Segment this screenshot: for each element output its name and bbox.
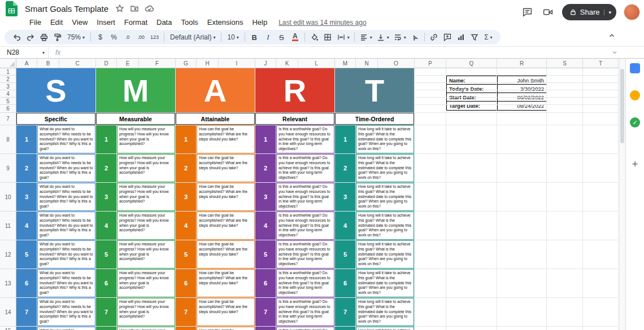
menu-view[interactable]: View [67,17,92,28]
account-avatar[interactable] [624,5,639,20]
info-label[interactable]: Today's Date: [447,85,498,93]
goal-question-cell[interactable]: How long will it take to achieve this go… [356,125,414,153]
comment-history-icon[interactable] [521,6,534,19]
smart-letter-specific[interactable]: S [16,68,95,112]
goal-number-cell[interactable]: 4 [255,212,276,240]
goal-question-cell[interactable]: How can the goal be accomplished? What a… [197,154,255,182]
smart-letter-time-ordered[interactable]: T [335,68,414,112]
goal-number-cell[interactable]: 3 [176,183,196,211]
font-size-select[interactable]: 10▾ [224,31,241,43]
smart-letter-relevant[interactable]: R [255,68,334,112]
goal-number-cell[interactable]: 6 [16,269,37,297]
row-header-14[interactable]: 14 [0,298,16,327]
info-value[interactable]: John Smith [498,76,546,85]
goal-number-cell[interactable]: 2 [335,154,355,182]
goal-number-cell[interactable]: 1 [176,125,196,153]
goal-question-cell[interactable]: How long will it take to achieve this go… [356,212,414,240]
italic-button[interactable]: I [262,31,275,43]
goal-question-cell[interactable]: How can the goal be accomplished? What a… [197,327,255,330]
cells-area[interactable]: Name:John SmithToday's Date:3/30/2022Sta… [16,68,619,330]
tasks-icon[interactable]: ✓ [630,117,640,127]
goal-number-cell[interactable]: 2 [96,154,116,182]
column-header-I[interactable]: I [219,59,255,68]
goal-question-cell[interactable]: Is this a worthwhile goal? Do you have e… [276,125,334,153]
goal-question-cell[interactable]: How long will it take to achieve this go… [356,327,414,330]
goal-number-cell[interactable]: 5 [16,240,37,269]
borders-button[interactable] [321,31,334,43]
column-header-E[interactable]: E [117,59,139,68]
goal-question-cell[interactable]: Is this a worthwhile goal? Do you have e… [276,269,334,297]
goal-number-cell[interactable]: 7 [16,298,37,326]
insert-link-button[interactable] [428,31,441,43]
goal-question-cell[interactable]: How long will it take to achieve this go… [356,240,414,269]
group-header-attainable[interactable]: Attainable [176,113,255,125]
vertical-scrollbar-thumb[interactable] [620,69,624,143]
column-header-A[interactable]: A [16,59,37,68]
row-header-4[interactable]: 4 [0,90,16,98]
decrease-decimal-button[interactable]: .0 [121,31,134,43]
text-wrap-button[interactable]: ▾ [391,31,408,43]
goal-question-cell[interactable]: What do you want to accomplish? Who need… [37,327,95,330]
goal-question-cell[interactable]: Is this a worthwhile goal? Do you have e… [276,212,334,240]
row-header-10[interactable]: 10 [0,183,16,212]
fill-color-button[interactable] [308,31,321,43]
row-header-11[interactable]: 11 [0,212,16,240]
goal-question-cell[interactable]: What do you want to accomplish? Who need… [37,125,95,153]
goal-number-cell[interactable]: 4 [176,212,196,240]
column-header-B[interactable]: B [37,59,59,68]
goal-number-cell[interactable]: 3 [335,183,355,211]
text-color-button[interactable]: A [289,31,302,43]
goal-question-cell[interactable]: What do you want to accomplish? Who need… [37,154,95,182]
column-header-L[interactable]: L [298,59,335,68]
text-rotation-button[interactable] [408,31,421,43]
goal-question-cell[interactable]: How will you measure your progress? How … [117,125,175,153]
row-header-15[interactable]: 15 [0,327,16,330]
goal-question-cell[interactable]: How will you measure your progress? How … [117,154,175,182]
row-header-12[interactable]: 12 [0,240,16,269]
smart-letter-measurable[interactable]: M [96,68,175,112]
row-header-13[interactable]: 13 [0,269,16,298]
print-button[interactable] [37,31,50,43]
share-button[interactable]: Share ▾ [562,4,616,20]
hide-menus-button[interactable] [608,32,616,39]
menu-format[interactable]: Format [120,17,152,28]
document-title[interactable]: Smart Goals Template [25,4,108,14]
info-value[interactable]: 3/30/2022 [498,85,546,93]
smart-letter-attainable[interactable]: A [176,68,255,112]
info-label[interactable]: Name: [447,76,498,85]
column-header-T[interactable]: T [583,59,619,68]
goal-number-cell[interactable]: 8 [96,327,116,330]
insert-chart-button[interactable] [455,31,468,43]
goal-number-cell[interactable]: 5 [176,240,196,269]
formula-bar-expand-button[interactable] [611,49,618,56]
video-call-icon[interactable] [542,6,554,19]
column-header-G[interactable]: G [176,59,197,68]
row-header-6[interactable]: 6 [0,105,16,113]
goal-number-cell[interactable]: 1 [16,125,37,153]
keep-icon[interactable] [630,90,640,100]
column-header-H[interactable]: H [197,59,219,68]
goal-number-cell[interactable]: 6 [176,269,196,297]
row-header-8[interactable]: 8 [0,125,16,154]
goal-number-cell[interactable]: 8 [16,327,37,330]
goal-number-cell[interactable]: 6 [96,269,116,297]
goal-number-cell[interactable]: 6 [335,269,355,297]
goal-question-cell[interactable]: How long will it take to achieve this go… [356,183,414,211]
row-header-9[interactable]: 9 [0,154,16,183]
menu-edit[interactable]: Edit [46,17,67,28]
goal-number-cell[interactable]: 5 [335,240,355,269]
row-header-7[interactable]: 7 [0,113,16,125]
goal-question-cell[interactable]: Is this a worthwhile goal? Do you have e… [276,327,334,330]
goal-number-cell[interactable]: 5 [255,240,276,269]
paint-format-button[interactable] [51,31,64,43]
row-header-1[interactable]: 1 [0,68,16,76]
goal-number-cell[interactable]: 3 [16,183,37,211]
row-header-2[interactable]: 2 [0,76,16,83]
goal-number-cell[interactable]: 1 [96,125,116,153]
goal-number-cell[interactable]: 2 [16,154,37,182]
goal-question-cell[interactable]: What do you want to accomplish? Who need… [37,240,95,269]
goal-number-cell[interactable]: 6 [255,269,276,297]
increase-decimal-button[interactable]: .00 [134,31,147,43]
goal-number-cell[interactable]: 3 [96,183,116,211]
calendar-icon[interactable] [630,63,640,73]
